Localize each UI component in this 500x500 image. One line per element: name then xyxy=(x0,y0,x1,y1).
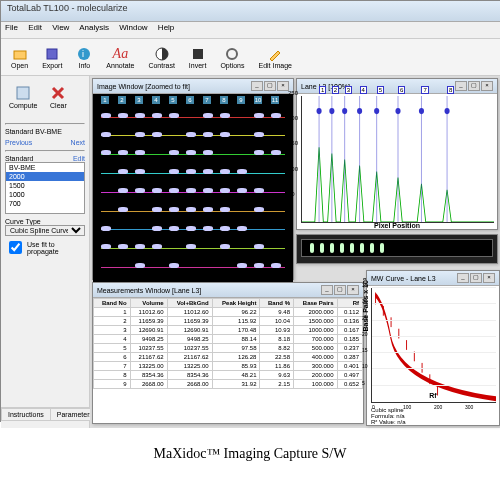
open-button[interactable]: Open xyxy=(5,44,34,71)
svg-point-2 xyxy=(78,48,90,60)
workspace: Compute Clear Standard BV-BME Previous N… xyxy=(1,76,500,428)
prev-button[interactable]: Previous xyxy=(5,139,32,146)
curve-type-label: Curve Type xyxy=(5,218,85,225)
table-row[interactable]: 92668.002668.0031.922.15100.0000.652 xyxy=(94,380,363,389)
svg-point-17 xyxy=(374,108,379,114)
min-icon[interactable]: _ xyxy=(251,81,263,91)
menu-window[interactable]: Window xyxy=(119,23,147,32)
image-panel: Image Window [Zoomed to fit]_▢× 12345678… xyxy=(92,78,294,280)
table-row[interactable]: 211659.3911659.39115.9210.041500.0000.13… xyxy=(94,317,363,326)
folder-icon xyxy=(12,46,28,62)
svg-point-13 xyxy=(342,108,347,114)
info-icon: i xyxy=(76,46,92,62)
table-row[interactable]: 88354.368354.3648.219.63200.0000.497 xyxy=(94,371,363,380)
next-button[interactable]: Next xyxy=(71,139,85,146)
x-axis-label: Pixel Position xyxy=(374,222,420,229)
svg-rect-31 xyxy=(429,374,430,384)
list-item[interactable]: 1500 xyxy=(6,181,84,190)
sidebar: Compute Clear Standard BV-BME Previous N… xyxy=(1,76,90,428)
invert-button[interactable]: Invert xyxy=(183,44,213,71)
tab-instructions[interactable]: Instructions xyxy=(1,408,51,421)
edit-link[interactable]: Edit xyxy=(73,155,85,162)
panel-title: Image Window [Zoomed to fit] xyxy=(97,83,190,90)
svg-point-21 xyxy=(419,108,424,114)
col-header: Volume xyxy=(130,299,167,308)
svg-point-6 xyxy=(227,49,237,59)
table-row[interactable]: 510237.5510237.5597.588.82500.0000.237 xyxy=(94,344,363,353)
caption: MaXidoc™ Imaging Capture S/W xyxy=(0,446,500,462)
svg-point-9 xyxy=(317,108,322,114)
table-row[interactable]: 713225.0013225.0085.9311.86300.0000.401 xyxy=(94,362,363,371)
svg-rect-27 xyxy=(398,329,399,339)
compute-icon xyxy=(14,84,32,102)
standard-label: Standard BV-BME xyxy=(5,128,85,135)
table-row[interactable]: 111012.6011012.6096.229.482000.0000.112 xyxy=(94,308,363,317)
list-item[interactable]: 2000 xyxy=(6,172,84,181)
fit-checkbox[interactable]: Use fit to propagate xyxy=(5,238,85,257)
panel-title: Measurements Window [Lane L3] xyxy=(97,287,201,294)
menu-analysis[interactable]: Analysis xyxy=(79,23,109,32)
menu-help[interactable]: Help xyxy=(158,23,174,32)
min-icon[interactable]: _ xyxy=(457,273,469,283)
gear-icon xyxy=(224,46,240,62)
svg-point-23 xyxy=(445,108,450,114)
menu-view[interactable]: View xyxy=(52,23,69,32)
app-title: TotalLab TL100 - molecularize xyxy=(7,3,127,13)
titlebar: TotalLab TL100 - molecularize xyxy=(1,1,500,22)
svg-rect-25 xyxy=(383,306,384,316)
svg-text:i: i xyxy=(82,49,84,59)
close-icon[interactable]: × xyxy=(347,285,359,295)
max-icon[interactable]: ▢ xyxy=(468,81,480,91)
mw-info: R² Value: n/a xyxy=(371,419,495,425)
clear-button[interactable]: Clear xyxy=(45,80,71,113)
list-item[interactable]: BV-BME xyxy=(6,163,84,172)
svg-rect-5 xyxy=(193,49,203,59)
app-window: TotalLab TL100 - molecularize File Edit … xyxy=(0,0,500,422)
close-icon[interactable]: × xyxy=(483,273,495,283)
min-icon[interactable]: _ xyxy=(321,285,333,295)
col-header: Rf xyxy=(337,299,362,308)
x-axis-label: Rf xyxy=(429,392,436,399)
svg-rect-32 xyxy=(437,386,438,396)
max-icon[interactable]: ▢ xyxy=(334,285,346,295)
list-item[interactable]: 700 xyxy=(6,199,84,208)
max-icon[interactable]: ▢ xyxy=(470,273,482,283)
col-header: Vol+BkGnd xyxy=(167,299,212,308)
disk-icon xyxy=(44,46,60,62)
options-button[interactable]: Options xyxy=(214,44,250,71)
table-row[interactable]: 621167.6221167.62126.2822.58400.0000.287 xyxy=(94,353,363,362)
close-icon[interactable]: × xyxy=(481,81,493,91)
svg-rect-1 xyxy=(47,49,57,59)
legend-panel xyxy=(296,234,498,264)
standard-list[interactable]: BV-BME 2000 1500 1000 700 xyxy=(5,162,85,214)
svg-point-15 xyxy=(357,108,362,114)
lane-panel: Lane L3 [100%]_▢× 1234567805010015020025… xyxy=(296,78,498,230)
invert-icon xyxy=(190,46,206,62)
table-row[interactable]: 49498.259498.2588.148.18700.0000.185 xyxy=(94,335,363,344)
measurements-panel: Measurements Window [Lane L3]_▢× Band No… xyxy=(92,282,364,424)
annotate-button[interactable]: AaAnnotate xyxy=(100,44,140,71)
svg-rect-0 xyxy=(14,51,26,59)
aa-icon: Aa xyxy=(113,46,129,62)
col-header: Base Pairs xyxy=(293,299,337,308)
clear-icon xyxy=(49,84,67,102)
table-row[interactable]: 312690.9112690.91170.4810.931000.0000.16… xyxy=(94,326,363,335)
curve-select[interactable]: Cubic Spline Curve xyxy=(5,225,85,236)
gel-image[interactable]: 1234567891011 xyxy=(93,94,293,282)
export-button[interactable]: Export xyxy=(36,44,68,71)
panel-title: MW Curve - Lane L3 xyxy=(371,275,436,282)
edit-image-button[interactable]: Edit Image xyxy=(253,44,298,71)
max-icon[interactable]: ▢ xyxy=(264,81,276,91)
contrast-icon xyxy=(154,46,170,62)
info-button[interactable]: iInfo xyxy=(70,44,98,71)
col-header: Peak Height xyxy=(212,299,260,308)
min-icon[interactable]: _ xyxy=(455,81,467,91)
menu-file[interactable]: File xyxy=(5,23,18,32)
menu-edit[interactable]: Edit xyxy=(28,23,42,32)
svg-rect-7 xyxy=(17,87,29,99)
mw-chart: 51015202530350100200300 xyxy=(371,288,496,403)
contrast-button[interactable]: Contrast xyxy=(142,44,180,71)
compute-button[interactable]: Compute xyxy=(5,80,41,113)
list-item[interactable]: 1000 xyxy=(6,190,84,199)
measurements-table: Band NoVolumeVol+BkGndPeak HeightBand %B… xyxy=(93,298,363,389)
